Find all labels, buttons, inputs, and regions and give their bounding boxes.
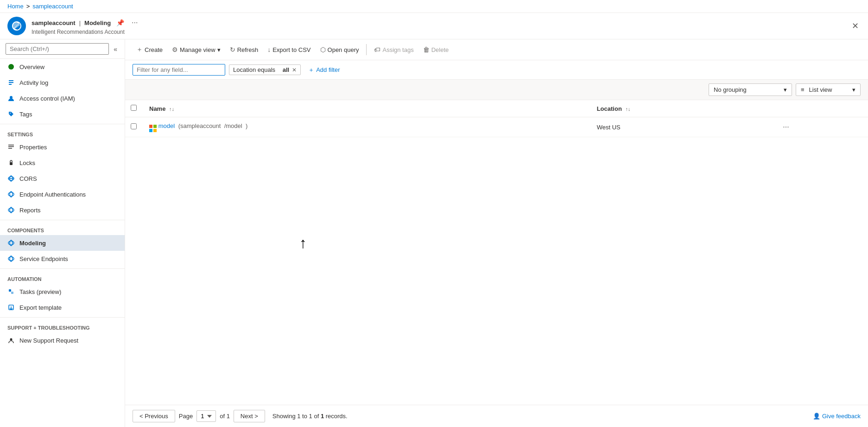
account-icon bbox=[7, 17, 26, 35]
feedback-icon: 👤 bbox=[813, 413, 820, 420]
breadcrumb-current[interactable]: sampleaccount bbox=[32, 3, 73, 10]
overview-icon bbox=[7, 63, 15, 70]
sidebar-item-modeling[interactable]: Modeling bbox=[0, 235, 125, 251]
of-label: of 1 bbox=[220, 413, 230, 420]
svg-rect-2 bbox=[9, 82, 13, 83]
name-cell: model (sampleaccount /model ) bbox=[144, 117, 591, 137]
svg-rect-7 bbox=[8, 147, 14, 147]
refresh-button[interactable]: ↻ Refresh bbox=[226, 44, 262, 56]
sidebar-item-access-control[interactable]: Access control (IAM) bbox=[0, 90, 125, 106]
svg-point-5 bbox=[10, 113, 11, 114]
create-icon: ＋ bbox=[136, 45, 143, 54]
svg-point-0 bbox=[8, 64, 14, 70]
filter-input[interactable] bbox=[133, 64, 225, 76]
endpoint-auth-icon bbox=[7, 191, 15, 198]
collapse-button[interactable]: « bbox=[112, 44, 119, 55]
sidebar-item-cors[interactable]: CORS bbox=[0, 171, 125, 186]
properties-icon bbox=[7, 143, 15, 151]
row-checkbox[interactable] bbox=[131, 123, 137, 129]
filter-close-button[interactable]: ✕ bbox=[292, 67, 297, 73]
grouping-chevron: ▾ bbox=[784, 86, 787, 93]
reports-icon bbox=[7, 206, 15, 214]
sidebar-item-label: Modeling bbox=[19, 240, 46, 247]
svg-rect-22 bbox=[11, 292, 13, 294]
sidebar-search-area: « bbox=[0, 39, 125, 59]
breadcrumb-home[interactable]: Home bbox=[7, 3, 24, 10]
previous-button[interactable]: < Previous bbox=[133, 410, 175, 422]
table-header: Name ↑↓ Location ↑↓ bbox=[125, 100, 868, 117]
sidebar-item-label: Tasks (preview) bbox=[19, 288, 61, 295]
sidebar-item-label: Service Endpoints bbox=[19, 255, 68, 262]
create-button[interactable]: ＋ Create bbox=[133, 43, 166, 56]
row-more-button[interactable]: ··· bbox=[780, 122, 792, 132]
pagination-right: 👤 Give feedback bbox=[813, 413, 861, 420]
view-label: List view bbox=[809, 86, 850, 93]
refresh-icon: ↻ bbox=[230, 46, 235, 53]
account-name: sampleaccount bbox=[32, 19, 76, 26]
ellipsis-button[interactable]: ··· bbox=[130, 17, 139, 29]
close-button[interactable]: ✕ bbox=[850, 19, 861, 33]
give-feedback-button[interactable]: 👤 Give feedback bbox=[813, 413, 861, 420]
cors-icon bbox=[7, 175, 15, 182]
actions-col-header bbox=[774, 100, 868, 117]
filter-bar: Location equals all ✕ ＋ Add filter bbox=[125, 60, 868, 80]
sidebar-item-new-support[interactable]: New Support Request bbox=[0, 332, 125, 348]
view-chevron: ▾ bbox=[852, 86, 855, 93]
new-support-icon bbox=[7, 337, 15, 344]
sidebar-item-label: Access control (IAM) bbox=[19, 95, 75, 102]
delete-button[interactable]: 🗑 Delete bbox=[419, 44, 453, 56]
sidebar-item-reports[interactable]: Reports bbox=[0, 202, 125, 218]
svg-rect-3 bbox=[9, 84, 12, 85]
filter-tag-prefix: Location equals bbox=[233, 66, 275, 73]
sidebar-item-locks[interactable]: Locks bbox=[0, 155, 125, 171]
grouping-dropdown[interactable]: No grouping ▾ bbox=[709, 83, 792, 96]
export-csv-button[interactable]: ↓ Export to CSV bbox=[264, 44, 314, 56]
table-body: model (sampleaccount /model ) West US ··… bbox=[125, 117, 868, 137]
breadcrumb-separator: > bbox=[26, 3, 30, 10]
assign-tags-button[interactable]: 🏷 Assign tags bbox=[370, 44, 417, 56]
sidebar-item-overview[interactable]: Overview bbox=[0, 59, 125, 75]
svg-point-13 bbox=[8, 192, 14, 196]
sidebar-item-export-template[interactable]: Export template bbox=[0, 300, 125, 315]
settings-section-label: Settings bbox=[0, 126, 125, 139]
sidebar-item-label: Endpoint Authentications bbox=[19, 191, 86, 198]
access-control-icon bbox=[7, 95, 15, 102]
manage-view-icon: ⚙ bbox=[172, 46, 178, 53]
name-col-header[interactable]: Name ↑↓ bbox=[144, 100, 591, 117]
sidebar-item-activity-log[interactable]: Activity log bbox=[0, 75, 125, 90]
nav-divider-2 bbox=[0, 220, 125, 220]
table-row: model (sampleaccount /model ) West US ··… bbox=[125, 117, 868, 137]
sidebar-item-endpoint-auth[interactable]: Endpoint Authentications bbox=[0, 186, 125, 202]
next-button[interactable]: Next > bbox=[234, 410, 265, 422]
sidebar-item-service-endpoints[interactable]: Service Endpoints bbox=[0, 251, 125, 267]
manage-view-button[interactable]: ⚙ Manage view ▾ bbox=[168, 44, 224, 56]
page-title: Modeling bbox=[84, 19, 111, 26]
row-checkbox-cell bbox=[125, 117, 144, 137]
select-all-col bbox=[125, 100, 144, 117]
search-input[interactable] bbox=[6, 43, 109, 55]
page-select[interactable]: 1 bbox=[196, 410, 216, 422]
sidebar-item-label: Locks bbox=[19, 159, 35, 166]
open-query-button[interactable]: ⬡ Open query bbox=[317, 44, 363, 56]
pagination-bar: < Previous Page 1 of 1 Next > Showing 1 … bbox=[125, 405, 868, 427]
arrow-cursor: ↑ bbox=[299, 235, 307, 252]
model-link[interactable]: model bbox=[158, 122, 175, 129]
sidebar-item-tags[interactable]: Tags bbox=[0, 106, 125, 122]
activity-log-icon bbox=[7, 79, 15, 86]
svg-rect-1 bbox=[9, 80, 13, 81]
model-path: (sampleaccount /model ) bbox=[178, 122, 248, 129]
tasks-icon bbox=[7, 288, 15, 295]
svg-rect-6 bbox=[8, 145, 14, 146]
location-col-header[interactable]: Location ↑↓ bbox=[591, 100, 775, 117]
sidebar-item-tasks[interactable]: Tasks (preview) bbox=[0, 284, 125, 300]
pin-button[interactable]: 📌 bbox=[114, 17, 126, 28]
add-filter-button[interactable]: ＋ Add filter bbox=[304, 64, 343, 76]
data-table: Name ↑↓ Location ↑↓ bbox=[125, 100, 868, 137]
modeling-icon bbox=[7, 239, 15, 247]
manage-view-chevron: ▾ bbox=[217, 46, 221, 53]
view-dropdown[interactable]: ≡ List view ▾ bbox=[796, 83, 861, 96]
select-all-checkbox[interactable] bbox=[131, 105, 137, 111]
toolbar: ＋ Create ⚙ Manage view ▾ ↻ Refresh ↓ Exp… bbox=[125, 39, 868, 60]
sidebar-item-properties[interactable]: Properties bbox=[0, 139, 125, 155]
sidebar-nav: Overview Activity log Access control (IA… bbox=[0, 59, 125, 427]
